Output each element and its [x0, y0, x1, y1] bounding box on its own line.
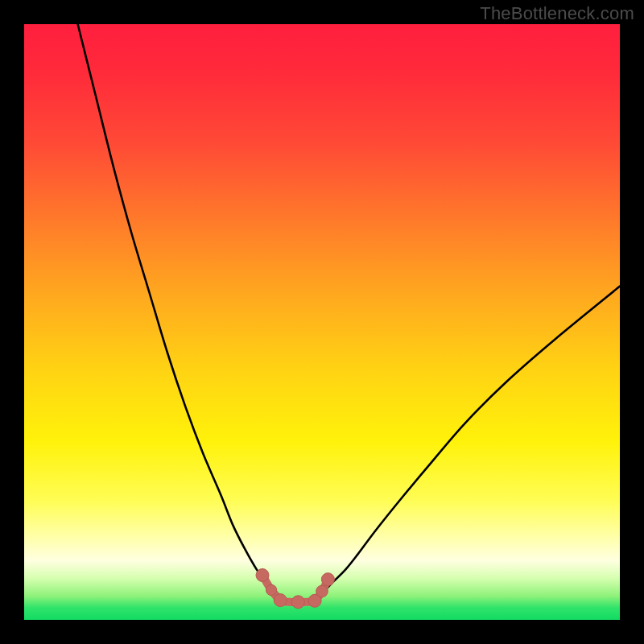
marker-flat-mid	[291, 596, 304, 609]
marker-group	[256, 569, 334, 609]
marker-right-knee-top	[321, 573, 334, 586]
chart-stage: TheBottleneck.com	[0, 0, 644, 644]
left-curve	[78, 24, 281, 596]
plot-area	[24, 24, 620, 620]
marker-flat-start	[274, 594, 287, 607]
watermark-text: TheBottleneck.com	[480, 3, 634, 24]
marker-left-knee-top	[256, 569, 269, 582]
marker-right-knee-mid	[316, 585, 328, 597]
right-curve	[316, 287, 620, 597]
curve-layer	[24, 24, 620, 620]
marker-left-knee-mid	[266, 584, 276, 595]
